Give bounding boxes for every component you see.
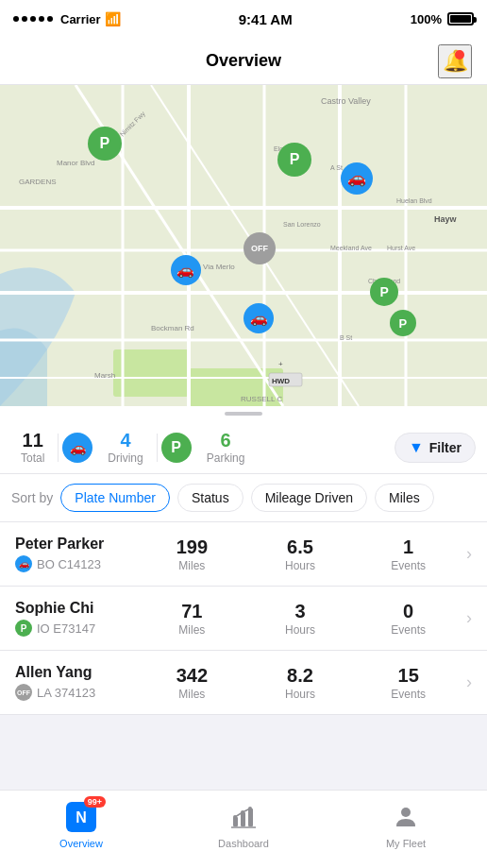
parking-icon: P (161, 433, 192, 463)
stats-bar: 11 Total 🚗 4 Driving P 6 Parking ▼ Fi (0, 421, 487, 474)
page-title: Overview (206, 51, 281, 71)
driving-stat-group: 🚗 4 Driving (62, 430, 152, 465)
wifi-icon: 📶 (105, 11, 121, 26)
sort-bar: Sort by Plate Number Status Mileage Driv… (0, 474, 487, 522)
vehicle-list: Peter Parker 🚗 BO C14123 199 Miles 6.5 H… (0, 522, 487, 715)
vehicle-name-2: Sophie Chi (15, 600, 138, 617)
vehicle-miles-3: 342 Miles (138, 665, 246, 701)
driving-count: 4 (120, 430, 130, 451)
vehicle-plate-row-1: 🚗 BO C14123 (15, 555, 138, 572)
vehicle-status-icon-2: P (15, 620, 32, 637)
vehicle-miles-2: 71 Miles (138, 601, 246, 637)
vehicle-plate-row-3: OFF LA 374123 (15, 684, 138, 701)
svg-text:Via Merlo: Via Merlo (203, 263, 235, 271)
svg-text:Huelan Blvd: Huelan Blvd (396, 197, 432, 204)
vehicle-plate-row-2: P IO E73147 (15, 620, 138, 637)
carrier-label: Carrier (60, 12, 101, 26)
nav-icon-overview: N 99+ (64, 800, 98, 834)
vehicle-info-1: Peter Parker 🚗 BO C14123 (15, 536, 138, 572)
svg-text:RUSSELL C: RUSSELL C (241, 395, 282, 403)
map-marker-parking-2[interactable]: P (88, 127, 122, 161)
svg-point-44 (248, 807, 252, 810)
svg-text:Hayw: Hayw (434, 214, 458, 224)
vehicle-name-1: Peter Parker (15, 536, 138, 553)
nav-item-overview[interactable]: N 99+ Overview (0, 800, 162, 849)
filter-label: Filter (429, 440, 462, 455)
nav-item-dashboard[interactable]: Dashboard (162, 800, 325, 849)
scroll-pill (225, 412, 262, 416)
map-view[interactable]: Castro Valley Manor Blvd Via Merlo Bockm… (0, 85, 487, 406)
sort-chip-plate[interactable]: Plate Number (60, 484, 170, 512)
svg-text:A St: A St (330, 164, 343, 171)
battery-icon (447, 12, 474, 26)
vehicle-plate-3: LA 374123 (37, 686, 95, 700)
sort-chip-mileage[interactable]: Mileage Driven (251, 484, 367, 512)
chevron-right-icon-3: › (466, 672, 472, 692)
parking-label: Parking (207, 451, 245, 465)
svg-text:GARDENS: GARDENS (19, 178, 57, 186)
map-marker-parking-3[interactable]: P (370, 278, 398, 306)
nav-icon-fleet (389, 800, 423, 834)
notification-badge (455, 50, 464, 60)
svg-text:N: N (76, 809, 87, 825)
svg-point-45 (401, 808, 411, 817)
svg-text:Manor Blvd: Manor Blvd (57, 159, 94, 167)
parking-count: 6 (220, 430, 230, 451)
stat-total: 11 Total (11, 430, 54, 465)
sort-chip-status[interactable]: Status (177, 484, 244, 512)
status-bar: Carrier 📶 9:41 AM 100% (0, 0, 487, 38)
nav-label-fleet: My Fleet (386, 838, 426, 849)
svg-rect-39 (241, 812, 245, 826)
nav-item-fleet[interactable]: My Fleet (325, 800, 487, 849)
vehicle-plate-2: IO E73147 (37, 621, 95, 636)
driving-icon: 🚗 (62, 433, 92, 463)
total-count: 11 (23, 430, 43, 451)
dashboard-chart-icon (230, 804, 257, 830)
vehicle-events-2: 0 Events (354, 601, 462, 637)
map-marker-parking-4[interactable]: P (390, 310, 416, 336)
svg-text:B St: B St (340, 334, 352, 341)
nav-label-overview: Overview (59, 838, 103, 849)
sort-chip-miles[interactable]: Miles (375, 484, 434, 512)
vehicle-row[interactable]: Allen Yang OFF LA 374123 342 Miles 8.2 H… (0, 651, 487, 715)
header: Overview 🔔 (0, 38, 487, 85)
map-marker-driving-1[interactable]: 🚗 (341, 162, 373, 195)
svg-point-43 (241, 810, 244, 814)
svg-text:Marsh: Marsh (94, 371, 115, 380)
parking-stat-group: P 6 Parking (161, 430, 255, 465)
svg-text:San Lorenzo: San Lorenzo (283, 221, 321, 228)
signal-dots (13, 16, 53, 22)
overview-badge: 99+ (84, 796, 106, 808)
status-right: 100% (411, 12, 474, 26)
vehicle-events-1: 1 Events (354, 536, 462, 572)
battery-percent: 100% (411, 12, 442, 26)
total-label: Total (21, 451, 44, 465)
svg-rect-40 (248, 808, 253, 826)
svg-text:+: + (278, 360, 283, 368)
svg-text:Bockman Rd: Bockman Rd (151, 324, 194, 332)
map-marker-driving-2[interactable]: 🚗 (171, 255, 201, 285)
vehicle-hours-2: 3 Hours (246, 601, 355, 637)
driving-label: Driving (108, 451, 143, 465)
chevron-right-icon-2: › (466, 608, 472, 628)
stat-driving: 4 Driving (98, 430, 152, 465)
vehicle-status-icon-1: 🚗 (15, 555, 32, 572)
vehicle-plate-1: BO C14123 (37, 557, 101, 571)
notification-button[interactable]: 🔔 (438, 44, 472, 78)
vehicle-row[interactable]: Sophie Chi P IO E73147 71 Miles 3 Hours … (0, 587, 487, 651)
svg-text:Hurst Ave: Hurst Ave (387, 245, 415, 251)
map-background: Castro Valley Manor Blvd Via Merlo Bockm… (0, 85, 487, 406)
nav-icon-dashboard (227, 800, 260, 834)
nav-label-dashboard: Dashboard (218, 838, 269, 849)
sort-by-label: Sort by (11, 490, 53, 505)
chevron-right-icon-1: › (466, 544, 472, 564)
bottom-nav: N 99+ Overview Dashboard (0, 790, 487, 868)
stat-divider-2 (157, 434, 158, 462)
vehicle-row[interactable]: Peter Parker 🚗 BO C14123 199 Miles 6.5 H… (0, 522, 487, 587)
vehicle-hours-3: 8.2 Hours (246, 665, 355, 701)
filter-button[interactable]: ▼ Filter (395, 433, 476, 463)
svg-text:Meekland Ave: Meekland Ave (330, 245, 372, 251)
map-marker-driving-3[interactable]: 🚗 (244, 303, 274, 333)
svg-text:HWD: HWD (272, 377, 290, 385)
vehicle-info-2: Sophie Chi P IO E73147 (15, 600, 138, 637)
